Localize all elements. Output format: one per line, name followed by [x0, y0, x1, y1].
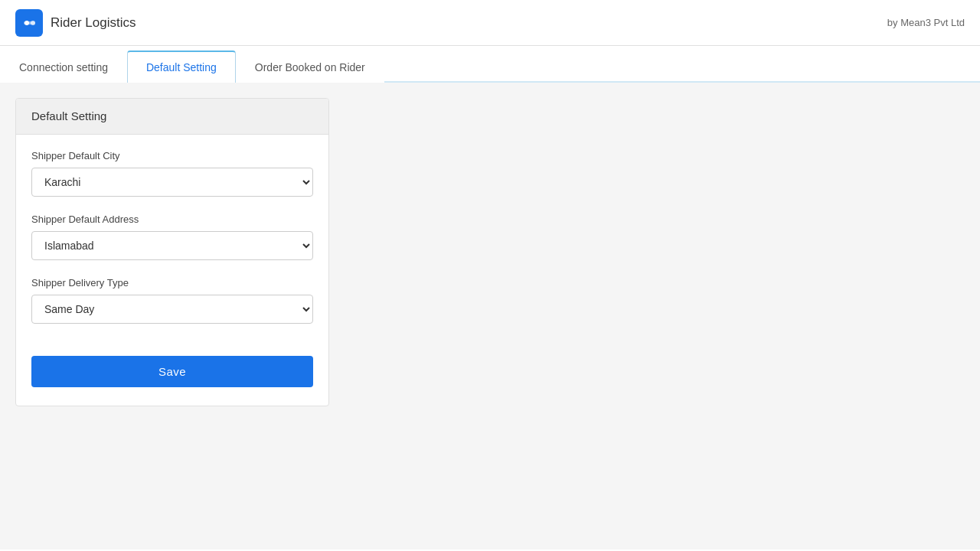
card-title: Default Setting [31, 109, 106, 122]
shipper-default-address-label: Shipper Default Address [31, 214, 313, 225]
save-button[interactable]: Save [31, 356, 313, 387]
header-byline: by Mean3 Pvt Ltd [887, 17, 965, 28]
card-body: Shipper Default City Karachi Lahore Isla… [16, 135, 328, 356]
shipper-delivery-type-select[interactable]: Same Day Next Day Two Day [31, 295, 313, 324]
default-setting-card: Default Setting Shipper Default City Kar… [15, 98, 329, 406]
app-title: Rider Logistics [51, 15, 136, 31]
shipper-default-city-label: Shipper Default City [31, 150, 313, 161]
shipper-default-address-select[interactable]: Islamabad Karachi Lahore Peshawar Quetta [31, 231, 313, 260]
tab-connection-setting[interactable]: Connection setting [0, 51, 127, 83]
app-logo [15, 9, 43, 37]
shipper-default-address-group: Shipper Default Address Islamabad Karach… [31, 214, 313, 260]
shipper-delivery-type-label: Shipper Delivery Type [31, 277, 313, 289]
header-left: Rider Logistics [15, 9, 136, 37]
app-header: Rider Logistics by Mean3 Pvt Ltd [0, 0, 980, 46]
shipper-delivery-type-group: Shipper Delivery Type Same Day Next Day … [31, 277, 313, 324]
tab-default-setting[interactable]: Default Setting [127, 51, 236, 83]
svg-rect-2 [24, 21, 35, 24]
shipper-default-city-group: Shipper Default City Karachi Lahore Isla… [31, 150, 313, 197]
tabs-bar: Connection setting Default Setting Order… [0, 46, 980, 83]
shipper-default-city-select[interactable]: Karachi Lahore Islamabad Peshawar Quetta [31, 168, 313, 197]
tab-order-booked-on-rider[interactable]: Order Booked on Rider [236, 51, 384, 83]
card-header: Default Setting [16, 99, 328, 135]
main-content: Default Setting Shipper Default City Kar… [0, 83, 980, 549]
